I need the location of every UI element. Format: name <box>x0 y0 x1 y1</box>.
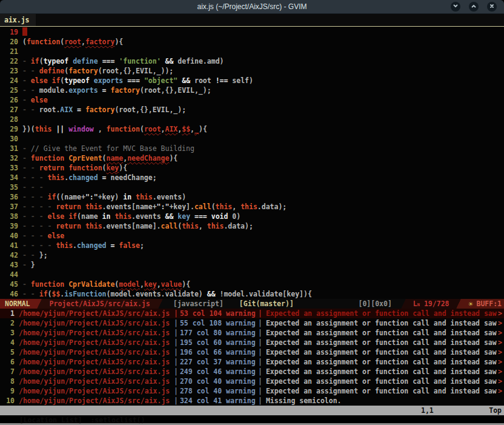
code-line[interactable]: 46- - if($$.isFunction(model.events.vali… <box>0 289 504 299</box>
code-line[interactable]: 35- - - <box>0 182 504 192</box>
window-title: aix.js (~/Project/AixJS/src) - GVIM <box>197 2 307 11</box>
code-token: - <box>22 261 31 269</box>
code-line[interactable]: 26- else <box>0 95 504 105</box>
code-token: && <box>165 212 173 221</box>
git-branch-indicator: [Git(master)] <box>239 299 294 309</box>
loclist-row[interactable]: 6/home/yijun/Project/AixJS/src/aix.js|22… <box>0 357 504 367</box>
loclist-row[interactable]: 9/home/yijun/Project/AixJS/src/aix.js|27… <box>0 386 504 396</box>
code-token: this <box>114 212 131 221</box>
truncation-marker: > <box>498 347 504 357</box>
code-line[interactable]: 27- - root.AIX = factory(root,{},EVIL,_)… <box>0 105 504 115</box>
powerline-separator <box>35 299 44 309</box>
code-token: ( <box>48 290 52 298</box>
code-line[interactable]: 40- - - else <box>0 231 504 241</box>
chevron-down-icon <box>453 2 459 11</box>
code-token: exports <box>68 86 98 95</box>
code-line[interactable]: 30 <box>0 134 504 144</box>
code-line[interactable]: 31- // Give the Event for MVC Base Build… <box>0 144 504 153</box>
maximize-button[interactable] <box>469 2 479 12</box>
code-token: in <box>102 212 111 221</box>
line-text: - - module.exports = factory(root,{},EVI… <box>22 85 211 95</box>
loclist-position-warning: 177 col 80 warning <box>178 328 258 338</box>
line-text: - - - - return this.events[name].call(th… <box>22 221 253 231</box>
close-button[interactable] <box>487 2 497 12</box>
code-line[interactable]: 33- - return function(key){ <box>0 163 504 173</box>
code-line[interactable]: 37- - - - return this.events[name+":"+ke… <box>0 202 504 212</box>
code-line[interactable]: 38- - - else if(name in this.events && k… <box>0 212 504 221</box>
code-line[interactable]: 36- - - if((name+":"+key) in this.events… <box>0 192 504 202</box>
code-token: ){ <box>199 125 207 133</box>
code-line[interactable]: 23- - define(factory(root,{},EVIL,_)); <box>0 66 504 76</box>
column-divider: | <box>174 367 178 376</box>
line-number: 24 <box>0 76 18 85</box>
loclist-row[interactable]: 7/home/yijun/Project/AixJS/src/aix.js|24… <box>0 367 504 376</box>
line-text: - else if(typeof exports === "object" &&… <box>22 76 253 85</box>
code-line[interactable]: 22- if(typeof define === 'function' && d… <box>0 56 504 66</box>
loclist-row-number: 6 <box>0 357 15 367</box>
code-line[interactable]: 24- else if(typeof exports === "object" … <box>0 76 504 85</box>
minimize-button[interactable] <box>451 2 460 12</box>
code-token: root <box>144 125 161 133</box>
line-text: - - - else <box>22 231 64 241</box>
loclist-row[interactable]: 8/home/yijun/Project/AixJS/src/aix.js|27… <box>0 376 504 386</box>
code-line[interactable]: 44 <box>0 270 504 279</box>
code-token: return <box>56 222 81 230</box>
code-line[interactable]: 41- - - - this.changed = false; <box>0 241 504 250</box>
code-line[interactable]: 20(function(root,factory){ <box>0 37 504 47</box>
code-token: - - - - <box>22 202 56 211</box>
location-list[interactable]: 1/home/yijun/Project/AixJS/src/aix.js|53… <box>0 309 504 406</box>
code-line[interactable]: 21 <box>0 47 504 56</box>
line-text <box>22 27 27 37</box>
column-divider: | <box>258 318 262 328</box>
code-token: +key]. <box>169 202 194 211</box>
powerline-separator <box>156 299 165 309</box>
titlebar[interactable]: aix.js (~/Project/AixJS/src) - GVIM <box>0 0 504 14</box>
code-token: } <box>31 261 35 269</box>
loclist-message: Expected an assignment or function call … <box>262 328 498 338</box>
code-token <box>81 105 85 114</box>
code-editor[interactable]: 1920(function(root,factory){2122- if(typ… <box>0 27 504 299</box>
code-token <box>98 57 102 65</box>
loclist-row[interactable]: 10/home/yijun/Project/AixJS/src/aix.js|3… <box>0 396 504 406</box>
code-line[interactable]: 29})(this || window , function(root,AIX,… <box>0 124 504 134</box>
loclist-row[interactable]: 5/home/yijun/Project/AixJS/src/aix.js|19… <box>0 347 504 357</box>
column-divider: | <box>174 396 178 406</box>
column-divider: | <box>174 347 178 357</box>
code-token: +key) <box>98 193 124 201</box>
code-line[interactable]: 25- - module.exports = factory(root,{},E… <box>0 85 504 95</box>
code-line[interactable]: 45- function CprValidate(model,key,value… <box>0 279 504 289</box>
loclist-row[interactable]: 2/home/yijun/Project/AixJS/src/aix.js|55… <box>0 318 504 328</box>
code-token: $$ <box>182 125 190 133</box>
line-position-indicator: LN 19/728 <box>408 299 455 309</box>
loclist-row-number: 7 <box>0 367 15 376</box>
code-line[interactable]: 39- - - - return this.events[name].call(… <box>0 221 504 231</box>
line-number: 39 <box>0 221 18 231</box>
code-line[interactable]: 19 <box>0 27 504 37</box>
code-token <box>190 212 194 221</box>
loclist-row[interactable]: 1/home/yijun/Project/AixJS/src/aix.js|53… <box>0 309 504 318</box>
code-line[interactable]: 28 <box>0 115 504 124</box>
code-token: , <box>94 125 107 133</box>
code-line[interactable]: 43- } <box>0 260 504 270</box>
code-token: - <box>22 154 31 162</box>
code-line[interactable]: 32- function CprEvent(name,needChange){ <box>0 153 504 163</box>
loclist-row[interactable]: 3/home/yijun/Project/AixJS/src/aix.js|17… <box>0 328 504 338</box>
buffer-count: BUFF:1 <box>476 300 502 308</box>
code-line[interactable]: 42- - }; <box>0 250 504 260</box>
line-number: 26 <box>0 95 18 105</box>
code-token: .data); <box>224 222 253 230</box>
code-token: ){ <box>169 154 177 162</box>
line-number: 21 <box>0 47 18 56</box>
line-number: 30 <box>0 134 18 144</box>
loclist-file-path: /home/yijun/Project/AixJS/src/aix.js <box>19 338 174 347</box>
loclist-message: Expected an assignment or function call … <box>262 347 498 357</box>
code-token: - - <box>22 105 39 114</box>
code-line[interactable]: 34- - - this.changed = needChange; <box>0 173 504 182</box>
column-divider: | <box>174 318 178 328</box>
code-token <box>90 76 94 85</box>
code-token: name <box>107 154 124 162</box>
tab-aix-js[interactable]: aix.js <box>0 14 36 26</box>
loclist-row[interactable]: 4/home/yijun/Project/AixJS/src/aix.js|19… <box>0 338 504 347</box>
loclist-message: Expected an assignment or function call … <box>262 376 498 386</box>
code-token: isFunction <box>64 290 106 298</box>
